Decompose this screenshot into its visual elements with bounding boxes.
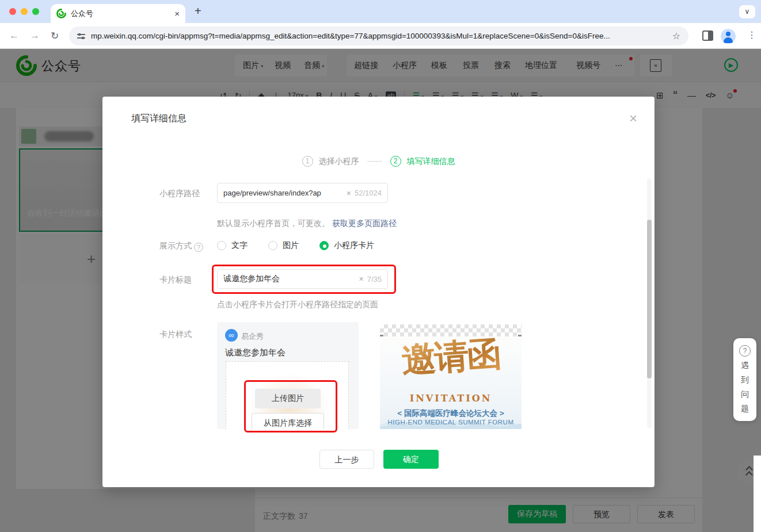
invitation-preview-image[interactable]: 邀请函 INVITATION < 国际高端医疗峰会论坛大会 > HIGH-END… — [380, 324, 522, 429]
invitation-line1: < 国际高端医疗峰会论坛大会 > — [380, 408, 522, 419]
card-title-input-wrap: × 7/35 — [217, 269, 388, 289]
bookmark-star-icon[interactable]: ☆ — [672, 30, 680, 41]
page-scrollbar-area[interactable] — [754, 456, 761, 532]
help-label-char: 到 — [733, 375, 756, 385]
back-icon[interactable]: ← — [9, 30, 19, 41]
new-tab-button[interactable]: + — [195, 5, 201, 18]
browser-navbar: ← → ↻ mp.weixin.qq.com/cgi-bin/appmsg?t=… — [0, 23, 761, 49]
window-close-button[interactable] — [9, 8, 16, 15]
side-panel-icon[interactable] — [702, 30, 713, 41]
display-mode-options: 文字 图片 小程序卡片 — [217, 240, 374, 251]
app-name: 易企秀 — [241, 331, 264, 342]
invitation-title-zh: 邀请函 — [380, 330, 522, 386]
card-style-label: 卡片样式 — [159, 330, 192, 340]
invitation-line2: HIGH-END MEDICAL SUMMIT FORUM — [380, 419, 522, 426]
radio-icon — [268, 241, 277, 250]
window-zoom-button[interactable] — [32, 8, 39, 15]
dialog-title: 填写详细信息 — [131, 113, 187, 125]
card-title-input[interactable] — [223, 274, 358, 284]
browser-tab-strip: 公众号 × + ∨ — [0, 0, 761, 23]
path-label: 小程序路径 — [159, 189, 200, 199]
url-text[interactable]: mp.weixin.qq.com/cgi-bin/appmsg?t=media/… — [91, 32, 668, 40]
dialog-close-icon[interactable]: × — [629, 110, 637, 127]
path-helper: 默认显示小程序首页，可更改。获取更多页面路径 — [217, 219, 397, 229]
get-more-paths-link[interactable]: 获取更多页面路径 — [332, 219, 397, 228]
step1-circle: 1 — [302, 156, 313, 167]
help-circle-icon[interactable]: ? — [194, 243, 203, 252]
radio-text[interactable]: 文字 — [217, 240, 248, 251]
choose-from-library-button[interactable]: 从图片库选择 — [252, 413, 324, 429]
card-preview-title: 诚邀您参加年会 — [225, 347, 286, 358]
browser-tab[interactable]: 公众号 × — [51, 4, 185, 23]
help-label-char: 遇 — [733, 361, 756, 371]
profile-avatar[interactable] — [721, 29, 736, 44]
wechat-mp-favicon — [56, 9, 66, 18]
step-indicator: 1 选择小程序 2 填写详细信息 — [102, 156, 655, 167]
miniprogram-card-preview: ∞ 易企秀 诚邀您参加年会 上传图片 从图片库选择 — [217, 322, 359, 429]
step2-label: 填写详细信息 — [407, 156, 455, 167]
forward-icon[interactable]: → — [30, 30, 40, 41]
card-title-counter: 7/35 — [367, 275, 382, 284]
display-mode-label: 展示方式? — [159, 241, 203, 252]
step2: 2 填写详细信息 — [390, 156, 455, 167]
tab-title: 公众号 — [71, 9, 174, 19]
url-bar[interactable]: mp.weixin.qq.com/cgi-bin/appmsg?t=media/… — [69, 26, 688, 45]
clear-icon[interactable]: × — [359, 274, 364, 284]
browser-menu-icon[interactable]: ⋮ — [747, 29, 756, 40]
card-title-helper: 点击小程序卡片会打开小程序路径指定的页面 — [217, 300, 378, 310]
help-widget[interactable]: ? 遇 到 问 题 — [733, 338, 756, 421]
path-input-wrap: × 52/1024 — [217, 183, 388, 203]
radio-selected-icon — [319, 241, 329, 250]
card-title-label: 卡片标题 — [159, 275, 192, 285]
step-connector — [367, 161, 382, 162]
previous-step-button[interactable]: 上一步 — [319, 450, 374, 469]
site-settings-icon[interactable] — [77, 32, 85, 40]
app-logo-icon: ∞ — [225, 329, 238, 342]
tab-search-chevron-icon[interactable]: ∨ — [739, 5, 755, 18]
path-counter: 52/1024 — [355, 189, 382, 197]
radio-icon — [217, 241, 226, 250]
reload-icon[interactable]: ↻ — [51, 30, 59, 42]
screen: 公众号 × + ∨ ← → ↻ mp.weixin.qq.com/cgi-bin… — [0, 0, 761, 532]
modal-scrollbar-thumb[interactable] — [647, 220, 652, 378]
step1-label: 选择小程序 — [319, 156, 359, 167]
help-label-char: 问 — [733, 389, 756, 400]
invitation-title-en: INVITATION — [380, 393, 522, 404]
path-input[interactable] — [223, 189, 345, 197]
clear-icon[interactable]: × — [347, 189, 351, 198]
window-minimize-button[interactable] — [21, 8, 28, 15]
confirm-button[interactable]: 确定 — [383, 450, 439, 469]
tab-close-icon[interactable]: × — [174, 9, 180, 18]
help-question-icon: ? — [739, 345, 751, 357]
radio-miniprogram-card[interactable]: 小程序卡片 — [319, 240, 374, 251]
upload-image-button[interactable]: 上传图片 — [255, 389, 321, 408]
step2-circle: 2 — [390, 156, 401, 167]
invitation-artwork: 邀请函 INVITATION < 国际高端医疗峰会论坛大会 > HIGH-END… — [380, 336, 522, 429]
radio-image[interactable]: 图片 — [268, 240, 299, 251]
miniprogram-detail-dialog: 填写详细信息 × 1 选择小程序 2 填写详细信息 小程序路径 × 52/102… — [102, 97, 655, 487]
help-label-char: 题 — [733, 404, 756, 414]
